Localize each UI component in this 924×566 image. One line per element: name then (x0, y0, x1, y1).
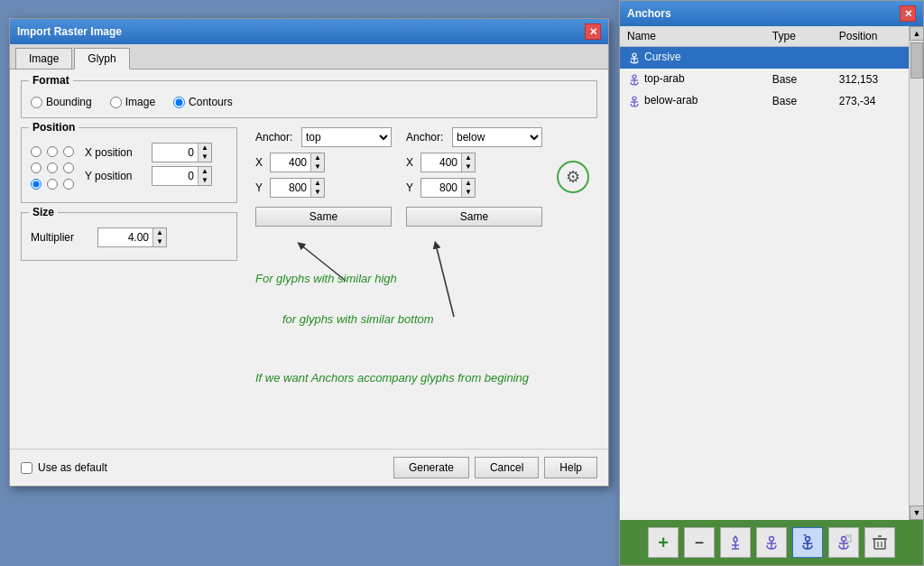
pos-radio-mr[interactable] (63, 162, 74, 173)
anchor1-y-down[interactable]: ▼ (311, 188, 324, 197)
multiplier-up[interactable]: ▲ (153, 228, 166, 237)
anchor1-x-input[interactable] (271, 154, 310, 171)
anchor2-x-label: X (406, 156, 417, 169)
anchor1-x-down[interactable]: ▼ (311, 162, 324, 172)
dialog-close-button[interactable]: ✕ (585, 23, 601, 40)
x-position-label: X position (85, 146, 148, 159)
anchors-titlebar: Anchors ✕ (620, 1, 923, 26)
multiplier-down[interactable]: ▼ (153, 237, 166, 246)
anchors-title: Anchors (627, 7, 671, 20)
table-row[interactable]: Cursive (620, 47, 923, 70)
anchors-close-button[interactable]: ✕ (900, 5, 916, 22)
gear-settings-button[interactable]: ⚙ (557, 161, 589, 193)
anchor1-select[interactable]: top bottom left right (301, 127, 392, 147)
multiplier-input[interactable] (98, 229, 152, 246)
svg-point-5 (633, 75, 636, 79)
anchor1-y-spinbox: ▲ ▼ (270, 178, 325, 198)
anchor2-y-input[interactable] (421, 180, 461, 196)
footer-right: Generate Cancel Help (393, 457, 597, 478)
help-button[interactable]: Help (544, 457, 597, 478)
position-group-title: Position (29, 121, 79, 134)
size-group-title: Size (29, 206, 58, 218)
anchor1-same-button[interactable]: Same (255, 207, 392, 227)
svg-point-20 (842, 537, 846, 542)
anchor2-x-up[interactable]: ▲ (462, 153, 475, 162)
anchor2-y-row: Y ▲ ▼ (406, 178, 542, 198)
table-row[interactable]: below-arabBase273,-34 (620, 90, 923, 112)
anchor-tool-button-1[interactable] (720, 527, 751, 558)
anchor-icon-2 (762, 534, 781, 552)
annotation-text-2: for glyphs with similar bottom (282, 312, 434, 326)
size-group: Size Multiplier ▲ ▼ (21, 212, 237, 261)
pos-radio-tr[interactable] (63, 146, 74, 157)
x-position-spinbox: ▲ ▼ (152, 143, 212, 162)
svg-point-17 (806, 537, 810, 542)
image-radio-group: Image (110, 96, 155, 108)
anchor-name-cell: below-arab (620, 90, 765, 112)
anchor1-x-row: X ▲ ▼ (255, 153, 392, 172)
pos-radio-tl[interactable] (31, 146, 42, 157)
cancel-button[interactable]: Cancel (475, 457, 539, 478)
y-position-label: Y position (85, 170, 148, 182)
anchor-icon-4 (835, 534, 853, 552)
anchor-tool-button-2[interactable] (756, 527, 787, 558)
anchor2-y-label: Y (406, 181, 417, 194)
anchor1-label: Anchor: (255, 131, 296, 144)
scrollbar-up-button[interactable]: ▲ (910, 26, 923, 41)
tab-glyph[interactable]: Glyph (74, 48, 129, 70)
anchor1-row: Anchor: top bottom left right (255, 127, 392, 147)
anchor2-select[interactable]: below top left right (452, 127, 542, 147)
arrows-svg (255, 236, 597, 416)
anchor-name: top-arab (644, 72, 685, 85)
multiplier-row: Multiplier ▲ ▼ (31, 227, 227, 247)
remove-anchor-button[interactable]: − (684, 527, 715, 558)
annotation-text-1: For glyphs with similar high (255, 272, 397, 285)
tab-image[interactable]: Image (15, 48, 72, 69)
add-anchor-button[interactable]: + (648, 527, 679, 558)
anchor1-x-spinbox: ▲ ▼ (270, 153, 325, 172)
anchor1-x-up[interactable]: ▲ (311, 153, 324, 162)
dialog-content: Format Bounding Image Contours (10, 70, 608, 449)
y-position-up[interactable]: ▲ (199, 167, 211, 176)
image-radio[interactable] (110, 97, 122, 108)
pos-radio-br[interactable] (63, 179, 74, 190)
pos-radio-tc[interactable] (47, 146, 58, 157)
anchors-table: Name Type Position Cursive top-arabBase3… (620, 26, 923, 112)
anchor1-y-input[interactable] (271, 180, 310, 196)
bounding-radio[interactable] (31, 97, 42, 108)
x-position-up[interactable]: ▲ (199, 144, 211, 153)
pos-radio-bl[interactable] (31, 179, 42, 190)
anchor2-x-down[interactable]: ▼ (462, 162, 475, 172)
anchor2-x-input[interactable] (421, 154, 461, 171)
anchor2-y-down[interactable]: ▼ (462, 188, 475, 197)
pos-radio-ml[interactable] (31, 162, 42, 173)
x-position-input[interactable] (152, 144, 198, 161)
bounding-label: Bounding (46, 96, 92, 108)
anchor1-y-label: Y (255, 181, 266, 194)
footer-left: Use as default (21, 461, 107, 474)
anchor1-y-up[interactable]: ▲ (311, 179, 324, 188)
format-group-title: Format (29, 74, 73, 87)
contours-radio[interactable] (173, 97, 185, 108)
scrollbar-thumb[interactable] (910, 42, 923, 79)
col-name: Name (620, 26, 765, 47)
pos-radio-bc[interactable] (47, 179, 58, 190)
anchor-icon-1 (726, 534, 744, 552)
anchor2-same-button[interactable]: Same (406, 207, 542, 227)
generate-button[interactable]: Generate (393, 457, 469, 478)
y-position-down[interactable]: ▼ (199, 176, 211, 185)
y-position-input[interactable] (152, 168, 198, 184)
trash-icon (872, 534, 888, 551)
use-as-default-checkbox[interactable] (21, 462, 32, 474)
anchor-tool-button-4[interactable] (828, 527, 859, 558)
x-position-down[interactable]: ▼ (199, 153, 211, 162)
anchor2-label: Anchor: (406, 131, 447, 144)
anchor2-y-up[interactable]: ▲ (462, 179, 475, 188)
delete-anchor-button[interactable] (864, 527, 895, 558)
anchor-tool-button-3[interactable] (792, 527, 823, 558)
pos-radio-mc[interactable] (47, 162, 58, 173)
y-position-spinbox: ▲ ▼ (152, 166, 212, 186)
svg-rect-25 (874, 539, 885, 549)
scrollbar-down-button[interactable]: ▼ (910, 506, 923, 520)
table-row[interactable]: top-arabBase312,153 (620, 69, 923, 90)
